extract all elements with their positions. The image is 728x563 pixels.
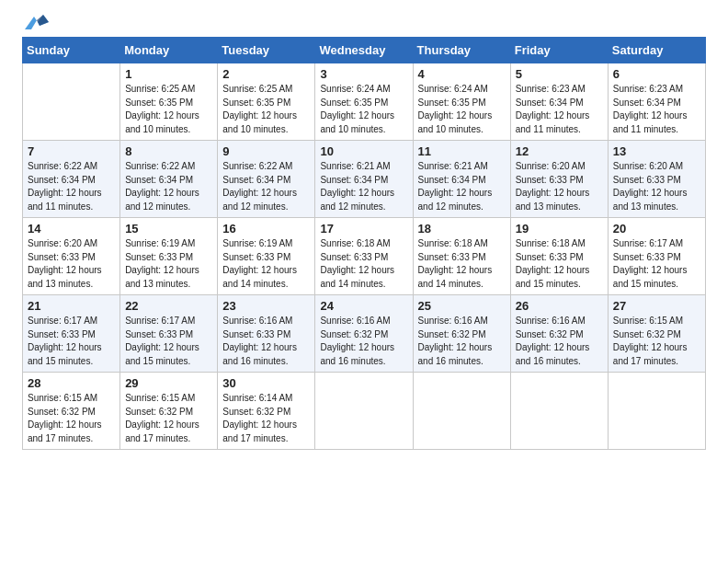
calendar-cell: 27 Sunrise: 6:15 AMSunset: 6:32 PMDaylig… bbox=[608, 295, 705, 373]
svg-marker-1 bbox=[37, 15, 49, 26]
col-header-thursday: Thursday bbox=[413, 38, 510, 63]
calendar-cell: 5 Sunrise: 6:23 AMSunset: 6:34 PMDayligh… bbox=[510, 63, 608, 141]
day-number: 16 bbox=[222, 222, 310, 236]
calendar-cell: 17 Sunrise: 6:18 AMSunset: 6:33 PMDaylig… bbox=[315, 218, 413, 295]
day-number: 3 bbox=[320, 67, 407, 81]
calendar-cell: 30 Sunrise: 6:14 AMSunset: 6:32 PMDaylig… bbox=[218, 373, 315, 450]
day-info: Sunrise: 6:25 AMSunset: 6:35 PMDaylight:… bbox=[222, 83, 310, 136]
day-info: Sunrise: 6:16 AMSunset: 6:32 PMDaylight:… bbox=[418, 315, 506, 368]
calendar-week-row: 14 Sunrise: 6:20 AMSunset: 6:33 PMDaylig… bbox=[23, 218, 706, 295]
calendar-cell: 3 Sunrise: 6:24 AMSunset: 6:35 PMDayligh… bbox=[315, 63, 413, 141]
day-info: Sunrise: 6:20 AMSunset: 6:33 PMDaylight:… bbox=[28, 237, 115, 291]
calendar-cell: 26 Sunrise: 6:16 AMSunset: 6:32 PMDaylig… bbox=[510, 295, 608, 373]
calendar-cell: 16 Sunrise: 6:19 AMSunset: 6:33 PMDaylig… bbox=[218, 218, 315, 295]
day-info: Sunrise: 6:16 AMSunset: 6:33 PMDaylight:… bbox=[222, 315, 310, 368]
day-number: 15 bbox=[125, 222, 212, 236]
day-info: Sunrise: 6:14 AMSunset: 6:32 PMDaylight:… bbox=[222, 392, 310, 445]
calendar-cell bbox=[413, 373, 510, 450]
day-number: 18 bbox=[418, 222, 506, 236]
col-header-tuesday: Tuesday bbox=[218, 38, 315, 63]
calendar-cell bbox=[23, 63, 120, 141]
calendar-cell: 7 Sunrise: 6:22 AMSunset: 6:34 PMDayligh… bbox=[23, 141, 120, 218]
day-info: Sunrise: 6:22 AMSunset: 6:34 PMDaylight:… bbox=[28, 160, 115, 213]
calendar-cell: 8 Sunrise: 6:22 AMSunset: 6:34 PMDayligh… bbox=[120, 141, 218, 218]
day-info: Sunrise: 6:21 AMSunset: 6:34 PMDaylight:… bbox=[320, 160, 407, 213]
calendar-cell bbox=[315, 373, 413, 450]
calendar-cell: 13 Sunrise: 6:20 AMSunset: 6:33 PMDaylig… bbox=[608, 141, 705, 218]
calendar-cell: 2 Sunrise: 6:25 AMSunset: 6:35 PMDayligh… bbox=[218, 63, 315, 141]
day-number: 26 bbox=[516, 299, 603, 313]
day-number: 12 bbox=[516, 144, 603, 158]
day-number: 4 bbox=[418, 67, 506, 81]
calendar-cell: 23 Sunrise: 6:16 AMSunset: 6:33 PMDaylig… bbox=[218, 295, 315, 373]
day-number: 8 bbox=[125, 144, 212, 158]
calendar-cell bbox=[608, 373, 705, 450]
day-number: 10 bbox=[320, 144, 407, 158]
day-number: 24 bbox=[320, 299, 407, 313]
logo-bird-icon bbox=[25, 13, 49, 33]
day-info: Sunrise: 6:21 AMSunset: 6:34 PMDaylight:… bbox=[418, 160, 506, 213]
day-number: 7 bbox=[28, 144, 115, 158]
day-number: 6 bbox=[613, 67, 700, 81]
calendar-cell: 22 Sunrise: 6:17 AMSunset: 6:33 PMDaylig… bbox=[120, 295, 218, 373]
day-info: Sunrise: 6:23 AMSunset: 6:34 PMDaylight:… bbox=[516, 83, 603, 136]
col-header-monday: Monday bbox=[120, 38, 218, 63]
calendar-cell: 18 Sunrise: 6:18 AMSunset: 6:33 PMDaylig… bbox=[413, 218, 510, 295]
col-header-sunday: Sunday bbox=[23, 38, 120, 63]
day-info: Sunrise: 6:19 AMSunset: 6:33 PMDaylight:… bbox=[222, 237, 310, 291]
day-info: Sunrise: 6:16 AMSunset: 6:32 PMDaylight:… bbox=[516, 315, 603, 368]
day-number: 20 bbox=[613, 222, 700, 236]
day-info: Sunrise: 6:19 AMSunset: 6:33 PMDaylight:… bbox=[125, 237, 212, 291]
day-info: Sunrise: 6:17 AMSunset: 6:33 PMDaylight:… bbox=[28, 315, 115, 368]
day-number: 9 bbox=[222, 144, 310, 158]
calendar-cell: 20 Sunrise: 6:17 AMSunset: 6:33 PMDaylig… bbox=[608, 218, 705, 295]
day-number: 30 bbox=[222, 376, 310, 390]
calendar-cell: 6 Sunrise: 6:23 AMSunset: 6:34 PMDayligh… bbox=[608, 63, 705, 141]
calendar-week-row: 28 Sunrise: 6:15 AMSunset: 6:32 PMDaylig… bbox=[23, 373, 706, 450]
header bbox=[22, 17, 706, 29]
logo bbox=[22, 17, 49, 29]
day-number: 28 bbox=[28, 376, 115, 390]
calendar-table: SundayMondayTuesdayWednesdayThursdayFrid… bbox=[22, 37, 706, 450]
calendar-cell bbox=[510, 373, 608, 450]
day-number: 17 bbox=[320, 222, 407, 236]
day-info: Sunrise: 6:16 AMSunset: 6:32 PMDaylight:… bbox=[320, 315, 407, 368]
page: SundayMondayTuesdayWednesdayThursdayFrid… bbox=[0, 0, 728, 466]
day-number: 5 bbox=[516, 67, 603, 81]
day-number: 21 bbox=[28, 299, 115, 313]
day-number: 29 bbox=[125, 376, 212, 390]
calendar-cell: 21 Sunrise: 6:17 AMSunset: 6:33 PMDaylig… bbox=[23, 295, 120, 373]
day-number: 25 bbox=[418, 299, 506, 313]
day-info: Sunrise: 6:18 AMSunset: 6:33 PMDaylight:… bbox=[320, 237, 407, 291]
calendar-week-row: 21 Sunrise: 6:17 AMSunset: 6:33 PMDaylig… bbox=[23, 295, 706, 373]
day-number: 13 bbox=[613, 144, 700, 158]
calendar-cell: 11 Sunrise: 6:21 AMSunset: 6:34 PMDaylig… bbox=[413, 141, 510, 218]
day-number: 11 bbox=[418, 144, 506, 158]
calendar-cell: 12 Sunrise: 6:20 AMSunset: 6:33 PMDaylig… bbox=[510, 141, 608, 218]
day-number: 22 bbox=[125, 299, 212, 313]
calendar-week-row: 1 Sunrise: 6:25 AMSunset: 6:35 PMDayligh… bbox=[23, 63, 706, 141]
day-info: Sunrise: 6:24 AMSunset: 6:35 PMDaylight:… bbox=[320, 83, 407, 136]
day-number: 2 bbox=[222, 67, 310, 81]
day-info: Sunrise: 6:22 AMSunset: 6:34 PMDaylight:… bbox=[222, 160, 310, 213]
calendar-header-row: SundayMondayTuesdayWednesdayThursdayFrid… bbox=[23, 38, 706, 63]
day-info: Sunrise: 6:22 AMSunset: 6:34 PMDaylight:… bbox=[125, 160, 212, 213]
day-info: Sunrise: 6:17 AMSunset: 6:33 PMDaylight:… bbox=[613, 237, 700, 291]
day-number: 23 bbox=[222, 299, 310, 313]
day-info: Sunrise: 6:15 AMSunset: 6:32 PMDaylight:… bbox=[125, 392, 212, 445]
day-info: Sunrise: 6:20 AMSunset: 6:33 PMDaylight:… bbox=[613, 160, 700, 213]
calendar-cell: 15 Sunrise: 6:19 AMSunset: 6:33 PMDaylig… bbox=[120, 218, 218, 295]
col-header-friday: Friday bbox=[510, 38, 608, 63]
calendar-cell: 28 Sunrise: 6:15 AMSunset: 6:32 PMDaylig… bbox=[23, 373, 120, 450]
day-info: Sunrise: 6:24 AMSunset: 6:35 PMDaylight:… bbox=[418, 83, 506, 136]
day-info: Sunrise: 6:18 AMSunset: 6:33 PMDaylight:… bbox=[418, 237, 506, 291]
day-number: 1 bbox=[125, 67, 212, 81]
col-header-wednesday: Wednesday bbox=[315, 38, 413, 63]
calendar-cell: 4 Sunrise: 6:24 AMSunset: 6:35 PMDayligh… bbox=[413, 63, 510, 141]
calendar-cell: 1 Sunrise: 6:25 AMSunset: 6:35 PMDayligh… bbox=[120, 63, 218, 141]
calendar-cell: 9 Sunrise: 6:22 AMSunset: 6:34 PMDayligh… bbox=[218, 141, 315, 218]
calendar-cell: 19 Sunrise: 6:18 AMSunset: 6:33 PMDaylig… bbox=[510, 218, 608, 295]
day-info: Sunrise: 6:23 AMSunset: 6:34 PMDaylight:… bbox=[613, 83, 700, 136]
day-info: Sunrise: 6:18 AMSunset: 6:33 PMDaylight:… bbox=[516, 237, 603, 291]
calendar-cell: 25 Sunrise: 6:16 AMSunset: 6:32 PMDaylig… bbox=[413, 295, 510, 373]
